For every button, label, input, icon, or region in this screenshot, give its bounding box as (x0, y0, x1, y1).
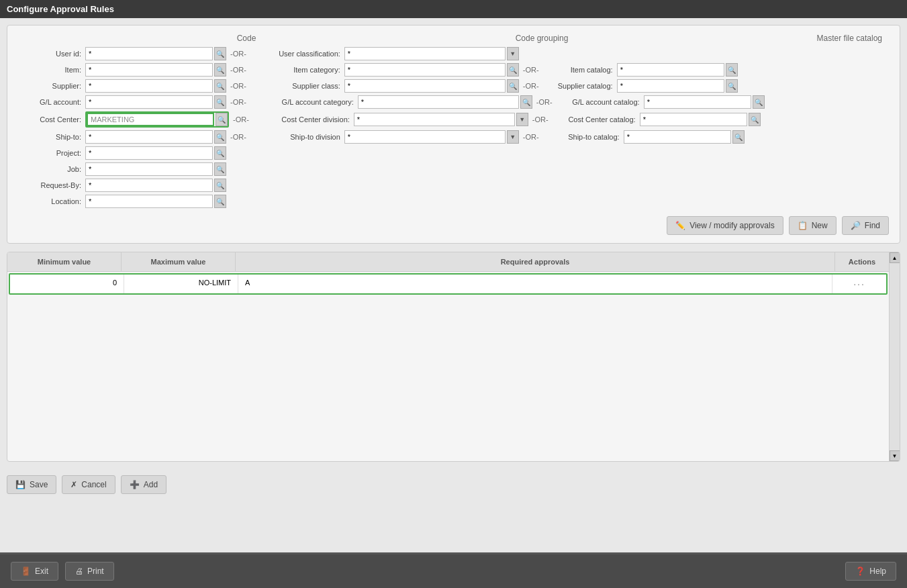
cancel-icon: ✗ (70, 480, 77, 489)
print-button[interactable]: 🖨 Print (65, 562, 114, 581)
supplier-class-search-btn[interactable]: 🔍 (507, 79, 519, 93)
row-actions-btn[interactable]: ··· (853, 279, 865, 289)
location-search-btn[interactable]: 🔍 (214, 195, 226, 208)
ship-to-search-btn[interactable]: 🔍 (214, 130, 226, 144)
print-icon: 🖨 (75, 567, 83, 576)
ship-to-catalog-label: Ship-to catalog: (543, 133, 624, 141)
title-bar: Configure Approval Rules (0, 0, 907, 18)
th-maximum: Maximum value (122, 252, 236, 271)
user-classification-dropdown-btn[interactable]: ▼ (507, 47, 519, 60)
exit-button[interactable]: 🚪 Exit (11, 562, 58, 581)
th-minimum: Minimum value (7, 252, 122, 271)
request-by-label: Request-By: (18, 181, 85, 189)
cost-center-or: -OR- (229, 115, 253, 124)
user-id-or: -OR- (226, 50, 250, 58)
ship-to-division-input[interactable] (344, 130, 506, 144)
item-category-input[interactable] (344, 63, 506, 77)
supplier-search-btn[interactable]: 🔍 (214, 79, 226, 93)
gl-catalog-input[interactable] (644, 95, 751, 109)
table-row: 0 NO-LIMIT A ··· (9, 273, 888, 295)
new-button[interactable]: 📋 New (789, 216, 837, 235)
td-minimum: 0 (10, 275, 124, 293)
cost-center-catalog-input[interactable] (640, 113, 747, 126)
ship-to-input[interactable] (85, 130, 213, 144)
job-input[interactable] (85, 162, 213, 176)
view-modify-icon: ✏️ (675, 221, 685, 230)
find-icon: 🔎 (851, 221, 861, 230)
supplier-catalog-label: Supplier catalog: (543, 82, 617, 90)
item-search-btn[interactable]: 🔍 (214, 63, 226, 77)
supplier-class-input[interactable] (344, 79, 506, 93)
main-window: Code Code grouping Master file catalog U… (0, 18, 907, 552)
cost-center-label: Cost Center: (18, 115, 85, 124)
supplier-input[interactable] (85, 79, 213, 93)
view-modify-button[interactable]: ✏️ View / modify approvals (667, 216, 783, 235)
item-catalog-search-btn[interactable]: 🔍 (726, 63, 738, 77)
project-input[interactable] (85, 146, 213, 160)
ship-to-or2: -OR- (519, 133, 543, 141)
help-button[interactable]: ❓ Help (845, 562, 896, 581)
gl-or2: -OR- (532, 98, 557, 106)
scrollbar-down-arrow[interactable]: ▼ (890, 450, 900, 461)
save-button[interactable]: 💾 Save (7, 475, 56, 494)
cost-center-search-btn[interactable]: 🔍 (216, 113, 228, 126)
ship-to-division-dropdown-btn[interactable]: ▼ (507, 130, 519, 144)
gl-account-label: G/L account: (18, 98, 85, 106)
item-catalog-input[interactable] (617, 63, 724, 77)
cost-center-input[interactable] (87, 113, 214, 126)
supplier-label: Supplier: (18, 82, 85, 90)
gl-category-input[interactable] (358, 95, 519, 109)
gl-category-search-btn[interactable]: 🔍 (520, 95, 532, 109)
project-search-btn[interactable]: 🔍 (214, 146, 226, 160)
request-by-input[interactable] (85, 179, 213, 192)
cost-center-division-dropdown-btn[interactable]: ▼ (516, 113, 528, 126)
cost-center-catalog-search-btn[interactable]: 🔍 (749, 113, 761, 126)
location-input[interactable] (85, 195, 213, 208)
cost-center-division-input[interactable] (354, 113, 515, 126)
exit-icon: 🚪 (21, 567, 31, 576)
request-by-search-btn[interactable]: 🔍 (214, 179, 226, 192)
supplier-catalog-input[interactable] (617, 79, 724, 93)
item-input[interactable] (85, 63, 213, 77)
job-search-btn[interactable]: 🔍 (214, 162, 226, 176)
table-panel: Minimum value Maximum value Required app… (7, 252, 900, 462)
cost-center-or2: -OR- (528, 115, 553, 124)
user-id-search-btn[interactable]: 🔍 (214, 47, 226, 60)
th-actions: Actions (835, 252, 889, 271)
code-grouping-header: Code grouping (434, 34, 649, 43)
table-header: Minimum value Maximum value Required app… (7, 252, 889, 272)
gl-category-label: G/L account category: (250, 98, 358, 106)
td-required: A (238, 275, 832, 293)
find-button[interactable]: 🔎 Find (842, 216, 889, 235)
th-required: Required approvals (236, 252, 835, 271)
user-id-input[interactable] (85, 47, 213, 60)
footer-bar: 🚪 Exit 🖨 Print ❓ Help (0, 554, 907, 588)
code-section-header: Code (152, 34, 340, 43)
item-catalog-label: Item catalog: (543, 66, 617, 74)
supplier-class-label: Supplier class: (250, 82, 344, 90)
item-label: Item: (18, 66, 85, 74)
ship-to-label: Ship-to: (18, 133, 85, 141)
td-actions[interactable]: ··· (832, 275, 886, 293)
help-icon: ❓ (855, 567, 865, 576)
gl-or: -OR- (226, 98, 250, 106)
supplier-catalog-search-btn[interactable]: 🔍 (726, 79, 738, 93)
ship-to-catalog-search-btn[interactable]: 🔍 (732, 130, 745, 144)
td-maximum: NO-LIMIT (124, 275, 238, 293)
gl-account-search-btn[interactable]: 🔍 (214, 95, 226, 109)
master-file-header: Master file catalog (817, 34, 882, 43)
user-classification-label: User classification: (250, 50, 344, 58)
user-id-label: User id: (18, 50, 85, 58)
gl-account-input[interactable] (85, 95, 213, 109)
ship-to-catalog-input[interactable] (624, 130, 731, 144)
item-category-search-btn[interactable]: 🔍 (507, 63, 519, 77)
cancel-button[interactable]: ✗ Cancel (62, 475, 115, 494)
gl-catalog-label: G/L account catalog: (557, 98, 644, 106)
add-button[interactable]: ➕ Add (121, 475, 166, 494)
scrollbar-up-arrow[interactable]: ▲ (890, 252, 900, 263)
location-label: Location: (18, 197, 85, 205)
user-classification-input[interactable] (344, 47, 506, 60)
item-or2: -OR- (519, 66, 543, 74)
gl-catalog-search-btn[interactable]: 🔍 (753, 95, 765, 109)
table-body: 0 NO-LIMIT A ··· (7, 273, 889, 461)
